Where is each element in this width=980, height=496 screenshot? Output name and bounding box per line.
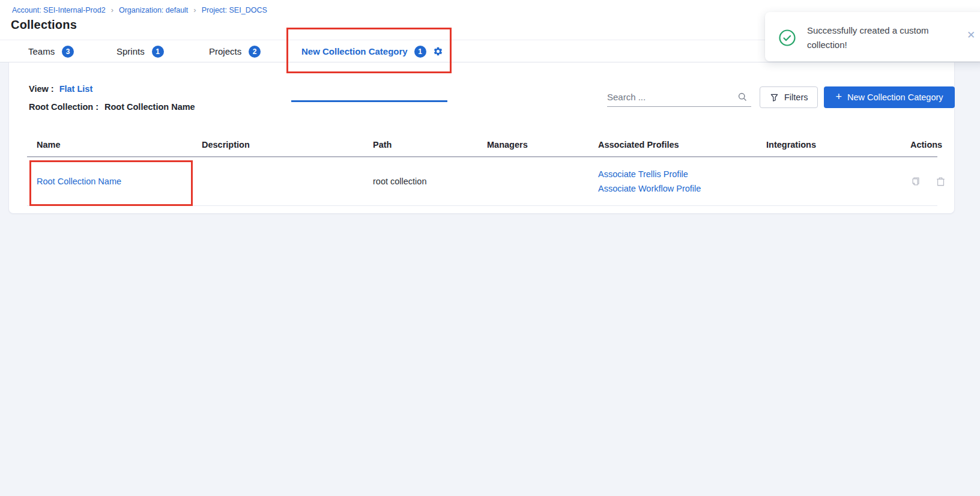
page-title: Collections: [11, 18, 77, 32]
tab-label: New Collection Category: [301, 46, 408, 56]
column-header-actions: Actions: [901, 140, 942, 150]
plus-icon: +: [835, 91, 842, 102]
root-collection-row: Root Collection : Root Collection Name: [29, 102, 195, 112]
root-collection-value: Root Collection Name: [104, 102, 195, 112]
breadcrumb-separator: ›: [106, 5, 119, 14]
breadcrumb: Account: SEI-Internal-Prod2 › Organizati…: [12, 5, 267, 14]
tab-teams[interactable]: Teams 3: [28, 40, 74, 62]
collections-panel: View : Flat List Root Collection : Root …: [8, 62, 955, 214]
view-label: View :: [29, 84, 54, 94]
new-collection-category-button-label: New Collection Category: [847, 92, 943, 102]
tab-label: Teams: [28, 46, 55, 56]
tab-count-badge: 1: [414, 46, 426, 58]
breadcrumb-account[interactable]: Account: SEI-Internal-Prod2: [12, 6, 106, 14]
column-header-description: Description: [192, 140, 363, 150]
view-selector-row: View : Flat List: [29, 84, 92, 94]
column-header-name: Name: [27, 140, 192, 150]
cell-path: root collection: [363, 177, 477, 186]
associate-trellis-profile-link[interactable]: Associate Trellis Profile: [598, 169, 757, 179]
cell-actions: [901, 176, 958, 187]
tab-count-badge: 3: [62, 46, 74, 58]
active-tab-underline: [291, 100, 447, 102]
cell-name: Root Collection Name: [27, 177, 192, 186]
check-circle-icon: [778, 29, 796, 49]
tab-new-collection-category[interactable]: New Collection Category 1: [301, 40, 443, 62]
search-input[interactable]: [607, 92, 737, 102]
root-collection-label: Root Collection :: [29, 102, 98, 112]
column-header-integrations: Integrations: [757, 140, 901, 150]
tab-sprints[interactable]: Sprints 1: [116, 40, 164, 62]
table-header-row: Name Description Path Managers Associate…: [27, 133, 937, 156]
search-box: [607, 88, 751, 107]
column-header-path: Path: [363, 140, 477, 150]
tab-projects[interactable]: Projects 2: [209, 40, 261, 62]
cell-associated-profiles: Associate Trellis Profile Associate Work…: [588, 169, 757, 193]
trash-icon[interactable]: [936, 176, 946, 187]
gear-icon[interactable]: [433, 46, 443, 56]
new-collection-category-button[interactable]: + New Collection Category: [824, 86, 955, 108]
breadcrumb-separator: ›: [188, 5, 201, 14]
table-row-root-collection-name: Root Collection Name root collection Ass…: [27, 157, 937, 206]
collection-name-link[interactable]: Root Collection Name: [37, 177, 121, 186]
close-icon[interactable]: ✕: [967, 30, 975, 40]
tab-count-badge: 2: [249, 46, 261, 58]
tab-count-badge: 1: [152, 46, 164, 58]
tab-label: Projects: [209, 46, 241, 56]
toast-message: Successfully created a custom collection…: [807, 23, 936, 52]
tab-label: Sprints: [116, 46, 145, 56]
filters-button[interactable]: Filters: [760, 86, 818, 108]
associate-workflow-profile-link[interactable]: Associate Workflow Profile: [598, 184, 757, 193]
search-icon[interactable]: [737, 92, 748, 102]
collections-table: Name Description Path Managers Associate…: [27, 133, 937, 206]
success-toast: Successfully created a custom collection…: [765, 12, 980, 61]
view-flat-list-link[interactable]: Flat List: [59, 84, 93, 94]
breadcrumb-project[interactable]: Project: SEI_DOCS: [202, 6, 267, 14]
copy-icon[interactable]: [910, 176, 921, 187]
filters-button-label: Filters: [784, 92, 808, 102]
funnel-icon: [770, 93, 779, 102]
column-header-managers: Managers: [477, 140, 588, 150]
breadcrumb-organization[interactable]: Organization: default: [119, 6, 188, 14]
column-header-associated-profiles: Associated Profiles: [588, 140, 757, 150]
